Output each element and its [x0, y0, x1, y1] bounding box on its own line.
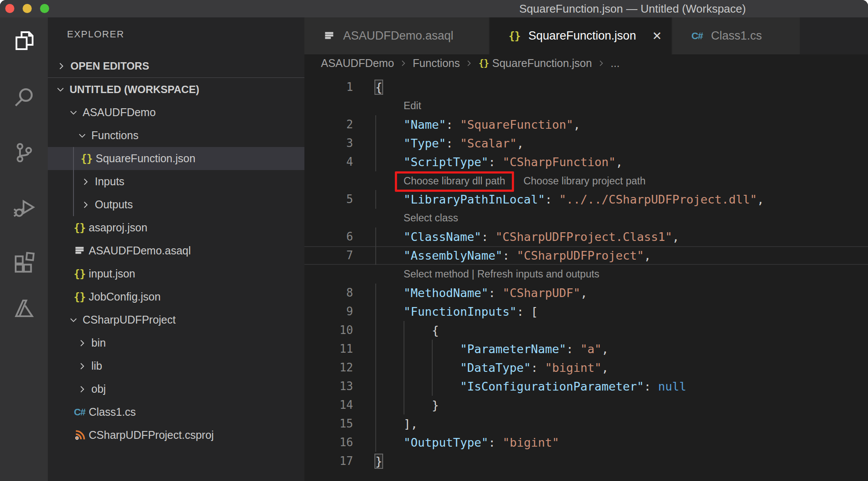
- tree-item-label: UNTITLED (WORKSPACE): [70, 84, 199, 96]
- title-bar: SquareFunction.json — Untitled (Workspac…: [0, 0, 868, 17]
- json-file-icon: {}: [72, 267, 87, 281]
- tree-item-squarefunction-json[interactable]: {}SquareFunction.json: [48, 147, 304, 170]
- code-line-8[interactable]: 8 "MethodName": "CSharpUDF",: [304, 284, 868, 302]
- tree-indent-guide: [73, 147, 74, 216]
- query-file-icon: [72, 244, 87, 258]
- code-line-15[interactable]: 15 ],: [304, 414, 868, 433]
- tree-item-label: lib: [91, 360, 102, 372]
- tree-item-label: SquareFunction.json: [96, 152, 195, 165]
- code-line-13[interactable]: 13 "IsConfigurationParameter": null: [304, 377, 868, 396]
- code-text: }: [375, 396, 439, 414]
- code-line-11[interactable]: 11 "ParameterName": "a",: [304, 340, 868, 358]
- json-file-icon: {}: [72, 290, 87, 304]
- code-line-5[interactable]: 5 "LibraryPathInLocal": "../../CSharpUDF…: [304, 190, 868, 209]
- code-line-10[interactable]: 10 {: [304, 321, 868, 340]
- chevron-right-icon: [54, 59, 69, 73]
- explorer-icon[interactable]: [10, 27, 38, 55]
- json-file-icon: {}: [72, 220, 87, 235]
- line-number: 2: [304, 115, 353, 134]
- codelens-row: Select class: [304, 209, 868, 227]
- tree-item-label: CSharpUDFProject: [83, 314, 176, 326]
- code-line-1[interactable]: 1{: [304, 78, 868, 97]
- code-line-17[interactable]: 17}: [304, 452, 868, 471]
- line-number: 13: [304, 377, 353, 396]
- tree-item-csharpudfproject[interactable]: CSharpUDFProject: [48, 308, 304, 331]
- code-line-7[interactable]: 7 "AssemblyName": "CSharpUDFProject",: [304, 246, 868, 265]
- tab-label: Class1.cs: [711, 29, 762, 43]
- codelens-row: Edit: [304, 97, 868, 115]
- azure-icon[interactable]: [10, 294, 38, 322]
- line-number: 17: [304, 452, 353, 471]
- line-number: 1: [304, 78, 353, 97]
- tree-item-lib[interactable]: lib: [48, 354, 304, 377]
- breadcrumb-item-asaudfdemo[interactable]: ASAUDFDemo: [321, 57, 394, 70]
- line-number: 15: [304, 414, 353, 433]
- open-editors-section[interactable]: OPEN EDITORS: [48, 55, 304, 78]
- run-debug-icon[interactable]: [10, 195, 38, 223]
- code-line-3[interactable]: 3 "Type": "Scalar",: [304, 134, 868, 153]
- search-icon[interactable]: [10, 83, 38, 111]
- tree-item-inputs[interactable]: Inputs: [48, 170, 304, 193]
- source-control-icon[interactable]: [10, 139, 38, 167]
- window-title: SquareFunction.json — Untitled (Workspac…: [519, 0, 746, 17]
- code-text: "Name": "SquareFunction",: [375, 115, 580, 134]
- codelens-row: Select method | Refresh inputs and outpu…: [304, 265, 868, 284]
- code-area: 1{Edit2 "Name": "SquareFunction",3 "Type…: [304, 72, 868, 481]
- chevron-down-icon: [66, 313, 81, 327]
- codelens-link-select-method-refresh-inputs-and-outputs[interactable]: Select method | Refresh inputs and outpu…: [404, 268, 599, 280]
- tab-label: ASAUDFDemo.asaql: [343, 29, 454, 43]
- codelens-row: Choose library dll pathChoose library pr…: [304, 171, 868, 190]
- breadcrumb: ASAUDFDemoFunctions{}SquareFunction.json…: [304, 54, 868, 72]
- tree-item-obj[interactable]: obj: [48, 377, 304, 401]
- tab-squarefunction-json[interactable]: {}SquareFunction.json✕: [490, 17, 672, 54]
- line-number: 16: [304, 433, 353, 452]
- activity-bar: [0, 17, 48, 481]
- close-icon[interactable]: ✕: [652, 29, 662, 43]
- breadcrumb-item-squarefunction-json[interactable]: {}SquareFunction.json: [478, 57, 592, 70]
- tree-item-class1-cs[interactable]: C#Class1.cs: [48, 401, 304, 424]
- line-number: 14: [304, 396, 353, 414]
- tree-item-asaudfdemo-asaql[interactable]: ASAUDFDemo.asaql: [48, 239, 304, 262]
- csproj-file-icon: [72, 428, 87, 443]
- vscode-window: SquareFunction.json — Untitled (Workspac…: [0, 0, 868, 481]
- tab-asaudfdemo-asaql[interactable]: ASAUDFDemo.asaql: [304, 17, 490, 54]
- tree-item-asaudfdemo[interactable]: ASAUDFDemo: [48, 101, 304, 124]
- minimize-window-button[interactable]: [23, 4, 32, 13]
- line-number: 11: [304, 340, 353, 358]
- codelens-link-select-class[interactable]: Select class: [404, 212, 458, 224]
- tab-bar: ASAUDFDemo.asaql{}SquareFunction.json✕C#…: [304, 17, 868, 54]
- code-line-2[interactable]: 2 "Name": "SquareFunction",: [304, 115, 868, 134]
- tab-class1-cs[interactable]: C#Class1.cs: [672, 17, 801, 54]
- code-text: {: [375, 78, 382, 97]
- breadcrumb-item-functions[interactable]: Functions: [413, 57, 460, 70]
- tree-item-csharpudfproject-csproj[interactable]: CSharpUDFProject.csproj: [48, 424, 304, 447]
- tree-item-asaproj-json[interactable]: {}asaproj.json: [48, 216, 304, 239]
- annotation-red-box[interactable]: Choose library dll path: [395, 171, 514, 192]
- tree-item-bin[interactable]: bin: [48, 331, 304, 354]
- code-line-16[interactable]: 16 "OutputType": "bigint": [304, 433, 868, 452]
- tree-item-label: Class1.cs: [89, 406, 136, 418]
- code-text: "DataType": "bigint",: [375, 358, 608, 377]
- tree-item-functions[interactable]: Functions: [48, 124, 304, 147]
- close-window-button[interactable]: [5, 4, 14, 13]
- codelens-link-edit[interactable]: Edit: [404, 100, 421, 111]
- tab-label: SquareFunction.json: [528, 29, 636, 43]
- tree-item-jobconfig-json[interactable]: {}JobConfig.json: [48, 285, 304, 308]
- codelens-link-choose-library-project-path[interactable]: Choose library project path: [524, 175, 646, 187]
- breadcrumb-item-[interactable]: ...: [611, 57, 620, 70]
- tree-item-input-json[interactable]: {}input.json: [48, 262, 304, 285]
- code-line-12[interactable]: 12 "DataType": "bigint",: [304, 358, 868, 377]
- code-line-6[interactable]: 6 "ClassName": "CSharpUDFProject.Class1"…: [304, 227, 868, 246]
- tree-item-label: Outputs: [95, 198, 133, 211]
- code-text: "Type": "Scalar",: [375, 134, 524, 153]
- code-line-9[interactable]: 9 "FunctionInputs": [: [304, 302, 868, 321]
- bracket-match-highlight: {: [375, 80, 382, 94]
- extensions-icon[interactable]: [10, 248, 38, 276]
- tree-item-outputs[interactable]: Outputs: [48, 193, 304, 216]
- code-line-4[interactable]: 4 "ScriptType": "CSharpFunction",: [304, 153, 868, 171]
- code-text: "AssemblyName": "CSharpUDFProject",: [375, 246, 651, 265]
- tree-item-untitled-workspace[interactable]: UNTITLED (WORKSPACE): [48, 78, 304, 101]
- zoom-window-button[interactable]: [40, 4, 49, 13]
- tree-item-label: ASAUDFDemo.asaql: [89, 244, 191, 257]
- code-line-14[interactable]: 14 }: [304, 396, 868, 414]
